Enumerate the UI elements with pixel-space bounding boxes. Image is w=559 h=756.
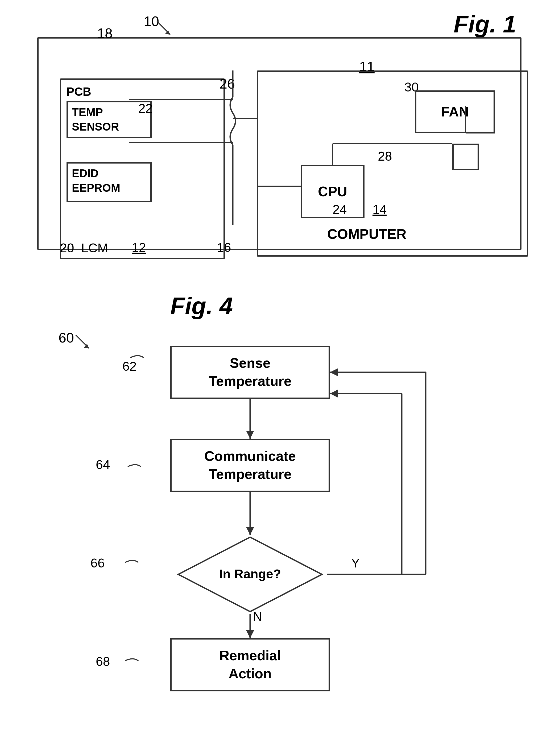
label-68: 68 — [96, 654, 110, 669]
arrow-10-svg — [152, 19, 178, 40]
label-60: 60 — [59, 330, 74, 346]
svg-marker-19 — [246, 527, 254, 535]
arrow-62 — [128, 351, 149, 364]
remedial-action-text: RemedialAction — [219, 647, 281, 683]
arrow-60-svg — [73, 332, 97, 354]
svg-marker-17 — [246, 431, 254, 439]
fig1-title: Fig. 1 — [454, 10, 516, 38]
label-66: 66 — [90, 556, 105, 570]
outer-box: 18 PCB TEMPSENSOR 22 EDIDEEPROM 20 LCM 1… — [37, 37, 521, 250]
arrow-64 — [125, 460, 146, 473]
communicate-temp-text: CommunicateTemperature — [204, 447, 296, 483]
arrow-68 — [122, 654, 144, 667]
label-y: Y — [351, 556, 360, 570]
svg-text:In Range?: In Range? — [219, 567, 281, 581]
svg-marker-1 — [165, 30, 170, 34]
sense-temp-box: SenseTemperature — [170, 346, 330, 399]
communicate-temp-box: CommunicateTemperature — [170, 439, 330, 492]
label-n: N — [253, 609, 262, 623]
fig1-connections — [39, 39, 523, 251]
arrow-66 — [122, 556, 144, 569]
label-64: 64 — [96, 457, 110, 472]
remedial-action-box: RemedialAction — [170, 638, 330, 691]
fig4-title: Fig. 4 — [170, 292, 233, 320]
svg-marker-21 — [246, 630, 254, 638]
svg-marker-25 — [330, 368, 338, 376]
svg-marker-28 — [330, 389, 338, 398]
in-range-diamond: In Range? — [173, 535, 327, 614]
sense-temp-text: SenseTemperature — [208, 354, 291, 390]
